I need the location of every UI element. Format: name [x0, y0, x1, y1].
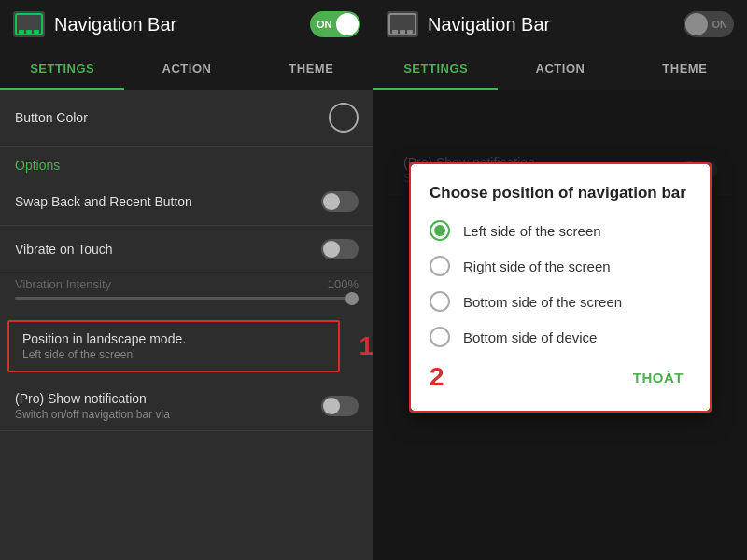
radio-bottom-screen-circle: [430, 291, 450, 312]
nav-bar-icon: [13, 11, 45, 37]
svg-rect-4: [34, 30, 39, 34]
vibrate-row: Vibrate on Touch: [0, 226, 374, 273]
vibration-value: 100%: [328, 277, 359, 291]
svg-rect-8: [400, 30, 405, 34]
vibration-thumb: [345, 292, 359, 305]
vibration-intensity-row: Vibration Intensity 100%: [0, 273, 374, 311]
dialog-overlay: Choose position of navigation bar Left s…: [374, 90, 747, 560]
radio-bottom-device-label: Bottom side of device: [463, 329, 597, 345]
position-landscape-sub: Left side of the screen: [22, 348, 325, 361]
left-panel: Navigation Bar ON SETTINGS ACTION THEME …: [0, 0, 374, 560]
right-tabs: SETTINGS ACTION THEME: [374, 49, 747, 90]
right-tab-action[interactable]: ACTION: [498, 49, 622, 90]
radio-left[interactable]: Left side of the screen: [430, 220, 691, 241]
position-landscape-row[interactable]: Position in landscape mode. Left side of…: [7, 320, 340, 372]
left-tab-action[interactable]: ACTION: [124, 49, 248, 90]
vibration-labels: Vibration Intensity 100%: [15, 277, 359, 291]
right-toggle-thumb: [685, 13, 708, 35]
button-color-row: Button Color: [0, 90, 374, 147]
swap-back-thumb: [323, 193, 340, 210]
swap-back-label: Swap Back and Recent Button: [15, 194, 321, 209]
radio-bottom-device-circle: [430, 327, 450, 347]
radio-bottom-screen[interactable]: Bottom side of the screen: [430, 291, 691, 312]
badge-2: 2: [430, 362, 444, 392]
position-landscape-label: Position in landscape mode.: [22, 331, 325, 346]
right-tab-settings[interactable]: SETTINGS: [374, 49, 498, 90]
left-toggle[interactable]: ON: [310, 11, 360, 37]
vibration-slider[interactable]: [15, 297, 359, 300]
left-tab-theme[interactable]: THEME: [249, 49, 374, 90]
radio-right-circle: [430, 256, 450, 276]
vibrate-thumb: [323, 241, 340, 258]
svg-rect-9: [407, 30, 413, 34]
dialog-footer: 2 THOÁT: [430, 362, 691, 392]
right-header-title: Navigation Bar: [428, 14, 684, 35]
radio-left-circle: [430, 220, 450, 241]
vibrate-label: Vibrate on Touch: [15, 242, 321, 257]
right-panel: Navigation Bar ON SETTINGS ACTION THEME …: [374, 0, 747, 560]
button-color-label: Button Color: [15, 110, 329, 125]
badge-1: 1: [359, 331, 374, 361]
right-nav-bar-icon: [387, 11, 418, 37]
button-color-btn[interactable]: [329, 103, 359, 133]
pro-show-row: (Pro) Show notification Switch on/off na…: [0, 382, 374, 431]
pro-show-label: (Pro) Show notification: [15, 391, 321, 406]
right-tab-theme[interactable]: THEME: [623, 49, 747, 90]
radio-left-label: Left side of the screen: [463, 223, 601, 239]
radio-right[interactable]: Right side of the screen: [430, 256, 691, 276]
right-toggle-label: ON: [712, 19, 728, 30]
vibrate-toggle[interactable]: [321, 239, 359, 259]
right-header: Navigation Bar ON: [374, 0, 747, 49]
svg-rect-7: [392, 30, 398, 34]
left-content: Button Color Options Swap Back and Recen…: [0, 90, 374, 560]
right-content-area: (Pro) Show notification Switch on/off na…: [374, 90, 747, 560]
pro-show-sub: Switch on/off navigation bar via: [15, 408, 321, 421]
dialog-title: Choose position of navigation bar: [430, 183, 691, 203]
left-toggle-label: ON: [317, 19, 332, 30]
left-header: Navigation Bar ON: [0, 0, 374, 49]
radio-bottom-device[interactable]: Bottom side of device: [430, 327, 691, 347]
right-toggle[interactable]: ON: [684, 11, 734, 37]
left-header-title: Navigation Bar: [54, 14, 310, 35]
dismiss-button[interactable]: THOÁT: [626, 366, 691, 389]
left-tab-settings[interactable]: SETTINGS: [0, 49, 124, 90]
svg-rect-2: [19, 30, 24, 34]
left-tabs: SETTINGS ACTION THEME: [0, 49, 374, 90]
position-dialog: Choose position of navigation bar Left s…: [411, 164, 710, 411]
radio-right-label: Right side of the screen: [463, 259, 611, 274]
options-label: Options: [0, 147, 374, 178]
swap-back-row: Swap Back and Recent Button: [0, 178, 374, 226]
vibration-intensity-label: Vibration Intensity: [15, 277, 111, 291]
pro-show-toggle[interactable]: [321, 396, 359, 416]
svg-rect-3: [26, 30, 32, 34]
pro-show-thumb: [323, 398, 340, 414]
left-toggle-thumb: [336, 13, 359, 35]
pro-show-inner: (Pro) Show notification Switch on/off na…: [15, 391, 359, 421]
swap-back-toggle[interactable]: [321, 191, 359, 212]
radio-bottom-screen-label: Bottom side of the screen: [463, 294, 622, 310]
